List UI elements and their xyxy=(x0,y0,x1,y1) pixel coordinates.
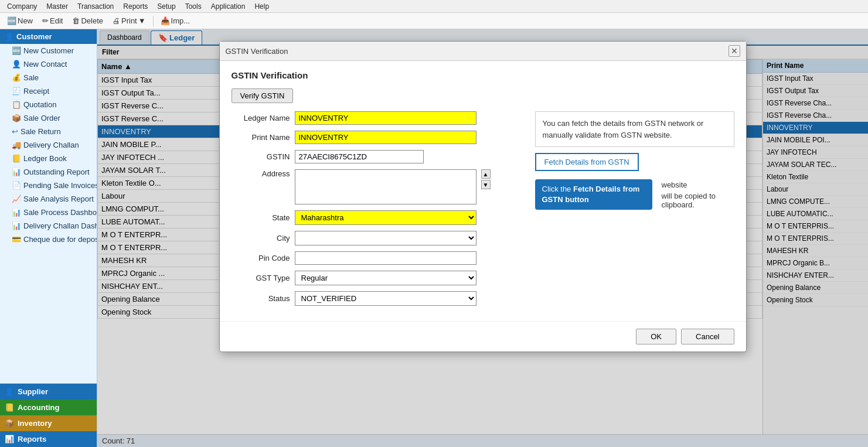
customer-icon: 👤 xyxy=(5,32,14,41)
delete-icon: 🗑 xyxy=(72,16,80,25)
sidebar-item-delivery-challan-dashboard[interactable]: 📊 Delivery Challan Dashl... xyxy=(0,219,97,233)
sidebar-item-outstanding-report[interactable]: 📊 Outstanding Report xyxy=(0,165,97,179)
pincode-label: Pin Code xyxy=(232,254,290,262)
edit-button[interactable]: ✏ Edit xyxy=(39,15,66,26)
menu-company[interactable]: Company xyxy=(2,2,42,11)
print-dropdown-icon[interactable]: ▼ xyxy=(138,16,146,25)
outstanding-report-icon: 📊 xyxy=(12,168,21,176)
sale-process-icon: 📊 xyxy=(12,208,21,217)
new-icon: 🆕 xyxy=(7,16,16,25)
pincode-row: Pin Code xyxy=(232,251,523,265)
tooltip-text: Click the Fetch Details from GSTN button xyxy=(542,185,640,204)
state-select[interactable]: Maharashtra Gujarat Karnataka Tamil Nadu… xyxy=(295,210,476,225)
gst-type-select[interactable]: Regular Composition Unregistered xyxy=(295,271,476,285)
delivery-challan-icon: 🚚 xyxy=(12,141,21,149)
print-name-label: Print Name xyxy=(232,133,290,142)
address-textarea[interactable] xyxy=(295,169,476,204)
sidebar-section-customer[interactable]: 👤 Customer xyxy=(0,29,97,44)
sidebar-bottom-inventory[interactable]: 📦 Inventory xyxy=(0,415,97,431)
main-layout: 👤 Customer 🆕 New Customer 👤 New Contact … xyxy=(0,29,868,447)
import-button[interactable]: 📥 Imp... xyxy=(157,15,194,26)
ledger-name-row: Ledger Name xyxy=(232,111,523,125)
sidebar-item-new-contact[interactable]: 👤 New Contact xyxy=(0,57,97,71)
status-row: Status NOT_VERIFIED VERIFIED INVALID xyxy=(232,291,523,306)
accounting-icon: 📒 xyxy=(5,403,14,412)
sidebar-bottom-reports[interactable]: 📊 Reports xyxy=(0,431,97,447)
sidebar-item-sale-process-dashboard[interactable]: 📊 Sale Process Dashboa... xyxy=(0,206,97,219)
sidebar-bottom-accounting[interactable]: 📒 Accounting xyxy=(0,400,97,415)
content-area: Dashboard 🔖 Ledger Filter Name ▲ Group B… xyxy=(97,29,868,447)
menu-setup[interactable]: Setup xyxy=(152,2,180,11)
pending-sale-icon: 📄 xyxy=(12,181,21,190)
delivery-dashboard-icon: 📊 xyxy=(12,221,21,230)
modal-columns: Ledger Name Print Name GSTIN xyxy=(232,111,734,312)
reports-icon: 📊 xyxy=(5,435,14,443)
inventory-icon: 📦 xyxy=(5,419,14,428)
modal-left: Ledger Name Print Name GSTIN xyxy=(232,111,523,312)
sidebar-item-quotation[interactable]: 📋 Quotation xyxy=(0,98,97,111)
gstn-info-box: You can fetch the details from GSTN netw… xyxy=(535,111,734,147)
city-label: City xyxy=(232,234,290,243)
callout-row: Click the Fetch Details from GSTN button… xyxy=(535,179,734,210)
modal-overlay: GSTIN Verification ✕ GSTIN Verification … xyxy=(97,29,868,447)
tooltip-callout: Click the Fetch Details from GSTN button xyxy=(535,179,652,210)
gstin-input[interactable] xyxy=(295,150,424,163)
toolbar-separator xyxy=(153,16,154,26)
edit-icon: ✏ xyxy=(42,16,49,25)
delete-button[interactable]: 🗑 Delete xyxy=(69,15,107,26)
sidebar-item-receipt[interactable]: 🧾 Receipt xyxy=(0,84,97,98)
ledger-name-label: Ledger Name xyxy=(232,114,290,122)
tooltip-website-text: website xyxy=(662,180,734,189)
new-button[interactable]: 🆕 New xyxy=(4,15,36,26)
city-select[interactable] xyxy=(295,231,476,245)
menu-reports[interactable]: Reports xyxy=(118,2,152,11)
menu-help[interactable]: Help xyxy=(250,2,274,11)
scroll-down-arrow[interactable]: ▼ xyxy=(481,180,491,189)
modal-cancel-button[interactable]: Cancel xyxy=(681,329,734,344)
status-label: Status xyxy=(232,294,290,303)
modal-titlebar-text: GSTIN Verification xyxy=(226,47,288,56)
print-button[interactable]: 🖨 Print ▼ xyxy=(109,15,149,26)
gstin-verification-modal: GSTIN Verification ✕ GSTIN Verification … xyxy=(219,41,747,352)
sidebar-item-sale-return[interactable]: ↩ Sale Return xyxy=(0,125,97,138)
pincode-input[interactable] xyxy=(295,251,476,265)
print-name-input[interactable] xyxy=(295,131,476,144)
sale-analysis-icon: 📈 xyxy=(12,195,21,203)
sidebar-item-sale-analysis-report[interactable]: 📈 Sale Analysis Report xyxy=(0,192,97,206)
city-row: City xyxy=(232,231,523,245)
verify-gstin-button[interactable]: Verify GSTIN xyxy=(232,88,294,103)
modal-body: GSTIN Verification Verify GSTIN Ledger N… xyxy=(220,61,746,321)
sidebar: 👤 Customer 🆕 New Customer 👤 New Contact … xyxy=(0,29,97,447)
scroll-up-arrow[interactable]: ▲ xyxy=(481,169,491,179)
clipboard-text: will be copied to clipboard. xyxy=(662,192,734,209)
sidebar-bottom: 👤 Supplier 📒 Accounting 📦 Inventory 📊 Re… xyxy=(0,383,97,447)
modal-ok-button[interactable]: OK xyxy=(636,329,676,344)
menu-tools[interactable]: Tools xyxy=(181,2,206,11)
receipt-icon: 🧾 xyxy=(12,87,21,95)
sidebar-item-sale-order[interactable]: 📦 Sale Order xyxy=(0,111,97,125)
menu-master[interactable]: Master xyxy=(42,2,73,11)
menu-application[interactable]: Application xyxy=(206,2,250,11)
modal-close-button[interactable]: ✕ xyxy=(729,45,740,57)
print-name-row: Print Name xyxy=(232,131,523,144)
sidebar-item-delivery-challan[interactable]: 🚚 Delivery Challan xyxy=(0,138,97,152)
new-contact-icon: 👤 xyxy=(12,60,21,69)
status-select[interactable]: NOT_VERIFIED VERIFIED INVALID xyxy=(295,291,476,306)
state-row: State Maharashtra Gujarat Karnataka Tami… xyxy=(232,210,523,225)
print-icon: 🖨 xyxy=(113,16,120,25)
gstin-row: GSTIN xyxy=(232,150,523,163)
gstin-label: GSTIN xyxy=(232,152,290,161)
gst-type-label: GST Type xyxy=(232,274,290,282)
menu-transaction[interactable]: Transaction xyxy=(73,2,118,11)
sidebar-item-cheque-due[interactable]: 💳 Cheque due for depos... xyxy=(0,233,97,246)
sidebar-item-sale[interactable]: 💰 Sale xyxy=(0,71,97,84)
fetch-details-button[interactable]: Fetch Details from GSTN xyxy=(535,153,639,171)
sidebar-item-new-customer[interactable]: 🆕 New Customer xyxy=(0,44,97,57)
ledger-name-input[interactable] xyxy=(295,111,476,125)
sidebar-item-ledger-book[interactable]: 📒 Ledger Book xyxy=(0,152,97,165)
sidebar-bottom-supplier[interactable]: 👤 Supplier xyxy=(0,384,97,400)
sidebar-item-pending-sale-invoices[interactable]: 📄 Pending Sale Invoices xyxy=(0,179,97,192)
menu-bar: Company Master Transaction Reports Setup… xyxy=(0,0,868,13)
modal-heading: GSTIN Verification xyxy=(232,70,734,80)
new-customer-icon: 🆕 xyxy=(12,46,21,55)
